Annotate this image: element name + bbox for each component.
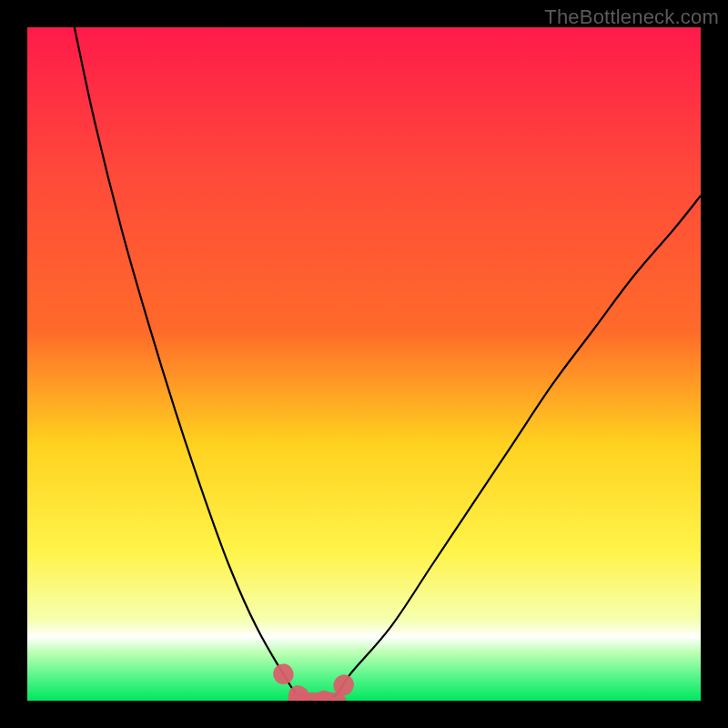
gradient-background: [27, 27, 701, 701]
chart-svg: [27, 27, 701, 701]
bottleneck-chart: [27, 27, 701, 701]
watermark-text: TheBottleneck.com: [544, 5, 719, 29]
